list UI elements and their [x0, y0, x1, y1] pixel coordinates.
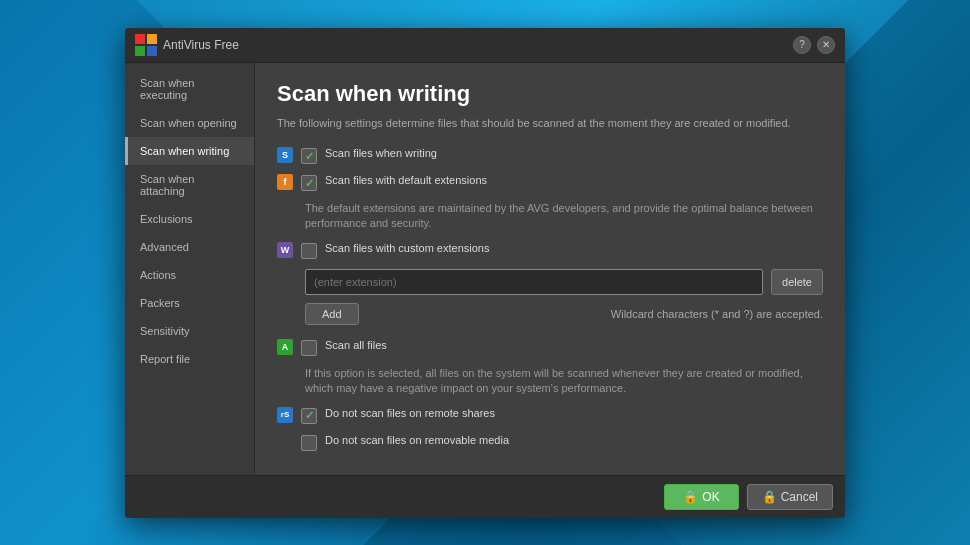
ok-icon: 🔒 — [683, 490, 698, 504]
footer: 🔒 OK 🔒 Cancel — [125, 475, 845, 518]
sidebar-item-report-file[interactable]: Report file — [125, 345, 254, 373]
sidebar-item-scan-attaching[interactable]: Scan when attaching — [125, 165, 254, 205]
extension-row: delete — [305, 269, 823, 295]
option4-icon: A — [277, 339, 293, 355]
option5-label: Do not scan files on remote shares — [325, 407, 495, 419]
title-bar-logo: AntiVirus Free — [135, 34, 793, 56]
sidebar-item-advanced[interactable]: Advanced — [125, 233, 254, 261]
dialog-body: Scan when executing Scan when opening Sc… — [125, 63, 845, 475]
svg-rect-1 — [147, 34, 157, 44]
option5-icon: rS — [277, 407, 293, 423]
sidebar-item-packers[interactable]: Packers — [125, 289, 254, 317]
page-title: Scan when writing — [277, 81, 823, 107]
option1-row: S Scan files when writing — [277, 147, 823, 164]
option3-checkbox[interactable] — [301, 243, 317, 259]
option1-label: Scan files when writing — [325, 147, 437, 159]
ok-button[interactable]: 🔒 OK — [664, 484, 738, 510]
option1-checkbox[interactable] — [301, 148, 317, 164]
title-bar-controls: ? ✕ — [793, 36, 835, 54]
option6-row: Do not scan files on removable media — [277, 434, 823, 451]
sidebar-item-actions[interactable]: Actions — [125, 261, 254, 289]
add-row: Add Wildcard characters (* and ?) are ac… — [305, 303, 823, 325]
add-button[interactable]: Add — [305, 303, 359, 325]
sidebar-item-scan-opening[interactable]: Scan when opening — [125, 109, 254, 137]
option2-checkbox[interactable] — [301, 175, 317, 191]
option2-icon: f — [277, 174, 293, 190]
option3-row: W Scan files with custom extensions — [277, 242, 823, 259]
cancel-button[interactable]: 🔒 Cancel — [747, 484, 833, 510]
option3-label: Scan files with custom extensions — [325, 242, 489, 254]
delete-button[interactable]: delete — [771, 269, 823, 295]
extension-input[interactable] — [305, 269, 763, 295]
option4-row: A Scan all files — [277, 339, 823, 356]
avg-logo-icon — [135, 34, 157, 56]
option5-row: rS Do not scan files on remote shares — [277, 407, 823, 424]
svg-rect-3 — [147, 46, 157, 56]
option3-icon: W — [277, 242, 293, 258]
option2-label: Scan files with default extensions — [325, 174, 487, 186]
sidebar: Scan when executing Scan when opening Sc… — [125, 63, 255, 475]
svg-rect-0 — [135, 34, 145, 44]
sidebar-item-exclusions[interactable]: Exclusions — [125, 205, 254, 233]
app-title: AntiVirus Free — [163, 38, 239, 52]
option4-label: Scan all files — [325, 339, 387, 351]
page-description: The following settings determine files t… — [277, 115, 823, 132]
ok-label: OK — [702, 490, 719, 504]
option4-checkbox[interactable] — [301, 340, 317, 356]
option2-sublabel: The default extensions are maintained by… — [305, 201, 823, 232]
sidebar-item-scan-executing[interactable]: Scan when executing — [125, 69, 254, 109]
option4-sublabel: If this option is selected, all files on… — [305, 366, 823, 397]
option1-icon: S — [277, 147, 293, 163]
close-button[interactable]: ✕ — [817, 36, 835, 54]
main-dialog: AntiVirus Free ? ✕ Scan when executing S… — [125, 28, 845, 518]
wildcard-note: Wildcard characters (* and ?) are accept… — [611, 308, 823, 320]
help-button[interactable]: ? — [793, 36, 811, 54]
sidebar-item-sensitivity[interactable]: Sensitivity — [125, 317, 254, 345]
cancel-icon: 🔒 — [762, 490, 777, 504]
option6-checkbox[interactable] — [301, 435, 317, 451]
sidebar-item-scan-writing[interactable]: Scan when writing — [125, 137, 254, 165]
main-content: Scan when writing The following settings… — [255, 63, 845, 475]
svg-rect-2 — [135, 46, 145, 56]
title-bar: AntiVirus Free ? ✕ — [125, 28, 845, 63]
cancel-label: Cancel — [781, 490, 818, 504]
option6-label: Do not scan files on removable media — [325, 434, 509, 446]
option5-checkbox[interactable] — [301, 408, 317, 424]
option2-row: f Scan files with default extensions — [277, 174, 823, 191]
